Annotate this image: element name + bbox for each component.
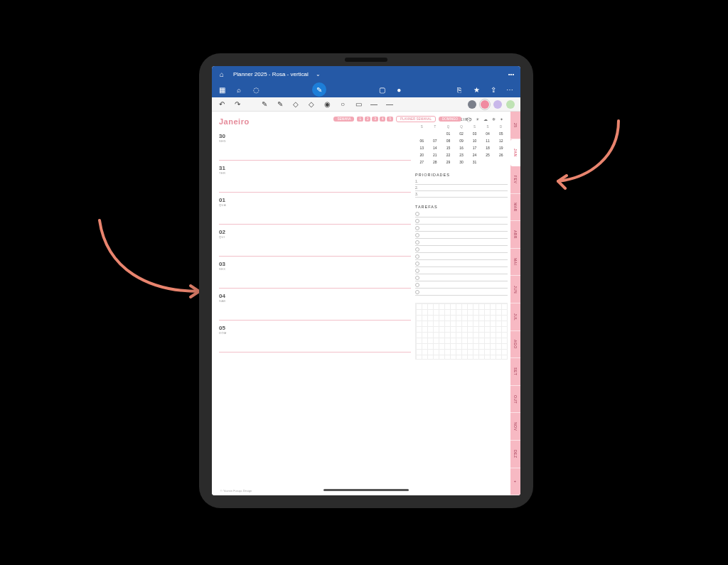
calendar-day[interactable]: 18 xyxy=(481,144,495,151)
undo-icon[interactable]: ↶ xyxy=(218,100,226,109)
eraser-icon[interactable]: ◇ xyxy=(291,100,300,109)
color-swatch[interactable] xyxy=(493,100,502,109)
task-checkbox-icon[interactable] xyxy=(415,226,419,230)
day-row[interactable]: 01QUA xyxy=(219,193,411,225)
calendar-day[interactable]: 01 xyxy=(441,130,455,137)
task-row[interactable] xyxy=(415,289,508,296)
task-row[interactable] xyxy=(415,267,508,274)
calendar-day[interactable]: 07 xyxy=(429,137,442,144)
calendar-day[interactable]: 30 xyxy=(455,158,469,166)
dash-icon[interactable]: — xyxy=(385,100,394,109)
month-tab[interactable]: + xyxy=(510,468,520,495)
month-tab[interactable]: NOV xyxy=(510,413,520,441)
month-tab[interactable]: JUL xyxy=(510,303,520,331)
search-icon[interactable]: ⌕ xyxy=(235,85,243,94)
calendar-day[interactable]: 28 xyxy=(429,158,442,166)
task-checkbox-icon[interactable] xyxy=(415,276,419,280)
calendar-day[interactable]: 20 xyxy=(415,151,429,158)
tracker-icon[interactable]: ❄ xyxy=(492,117,496,122)
apps-icon[interactable]: ▦ xyxy=(218,85,226,94)
task-checkbox-icon[interactable] xyxy=(415,240,419,244)
task-checkbox-icon[interactable] xyxy=(415,283,419,287)
task-row[interactable] xyxy=(415,260,508,267)
calendar-day[interactable]: 10 xyxy=(468,137,481,144)
task-checkbox-icon[interactable] xyxy=(415,262,419,266)
pill-week-number[interactable]: 2 xyxy=(365,117,371,122)
task-row[interactable] xyxy=(415,253,508,260)
tracker-icon[interactable]: ☁ xyxy=(483,117,488,122)
task-checkbox-icon[interactable] xyxy=(415,212,419,216)
task-row[interactable] xyxy=(415,225,508,232)
task-row[interactable] xyxy=(415,232,508,239)
task-row[interactable] xyxy=(415,281,508,289)
addpage-icon[interactable]: ⎘ xyxy=(455,85,464,94)
calendar-day[interactable]: 25 xyxy=(481,151,495,158)
pill-domingo[interactable]: DOMINGO xyxy=(439,117,461,122)
calendar-day[interactable]: 15 xyxy=(441,144,455,151)
tracker-icon[interactable]: ◯ xyxy=(466,117,471,122)
pill-planner-semanal[interactable]: PLANNER SEMANAL xyxy=(396,116,436,122)
image-icon[interactable]: ▢ xyxy=(378,85,386,94)
task-checkbox-icon[interactable] xyxy=(415,219,419,223)
day-row[interactable]: 03SEX xyxy=(219,257,411,289)
tracker-icon[interactable]: ✦ xyxy=(500,117,503,122)
day-row[interactable]: 04SÁB xyxy=(219,289,411,321)
share-icon[interactable]: ⇪ xyxy=(489,85,498,94)
pill-week-number[interactable]: 3 xyxy=(372,117,378,122)
day-row[interactable]: 02QUI xyxy=(219,225,411,257)
priority-line[interactable]: 3. xyxy=(415,191,508,198)
color-swatch[interactable] xyxy=(506,100,515,109)
calendar-day[interactable]: 17 xyxy=(468,144,481,151)
month-tab[interactable]: DEZ xyxy=(510,441,520,468)
lasso-icon[interactable]: ◌ xyxy=(252,85,260,94)
color-swatch[interactable] xyxy=(468,100,476,109)
shape-icon[interactable]: ○ xyxy=(338,100,347,109)
calendar-day[interactable]: 03 xyxy=(468,130,481,137)
pill-semana[interactable]: SEMANA xyxy=(333,117,354,122)
calendar-day[interactable]: 26 xyxy=(494,151,508,158)
calendar-day[interactable]: 27 xyxy=(415,158,429,166)
task-row[interactable] xyxy=(415,239,508,246)
month-tab[interactable]: FEV xyxy=(510,166,520,194)
pill-week-number[interactable]: 4 xyxy=(380,117,386,122)
calendar-day[interactable]: 22 xyxy=(441,151,455,158)
more-icon[interactable]: ⋯ xyxy=(506,85,515,94)
priority-line[interactable]: 2. xyxy=(415,185,508,191)
day-row[interactable]: 31TER xyxy=(219,161,411,193)
calendar-day[interactable]: 12 xyxy=(494,137,508,144)
task-row[interactable] xyxy=(415,217,508,225)
month-tab[interactable]: AGO xyxy=(510,331,520,359)
calendar-day[interactable]: 13 xyxy=(415,144,429,151)
calendar-day[interactable]: 09 xyxy=(455,137,469,144)
tracker-icon[interactable]: ☀ xyxy=(476,117,479,122)
color-swatch[interactable] xyxy=(481,100,489,109)
task-row[interactable] xyxy=(415,210,508,217)
task-checkbox-icon[interactable] xyxy=(415,290,419,294)
task-row[interactable] xyxy=(415,274,508,281)
calendar-day[interactable]: 19 xyxy=(494,144,508,151)
month-tab[interactable]: JUN xyxy=(510,276,520,303)
window-dots-icon[interactable]: ••• xyxy=(508,70,515,77)
month-tab[interactable]: MAI xyxy=(510,249,520,276)
pill-week-number[interactable]: 1 xyxy=(357,117,363,122)
calendar-day[interactable]: 05 xyxy=(494,130,508,137)
month-tab[interactable]: ABR xyxy=(510,221,520,249)
pen-tool-button[interactable]: ✎ xyxy=(312,82,326,97)
task-checkbox-icon[interactable] xyxy=(415,247,419,252)
highlighter-icon[interactable]: ◉ xyxy=(323,100,331,109)
pencil-tool-icon[interactable]: ✎ xyxy=(260,100,269,109)
calendar-day[interactable]: 31 xyxy=(468,158,481,166)
pill-week-number[interactable]: 5 xyxy=(387,117,393,122)
eraser2-icon[interactable]: ◇ xyxy=(307,100,316,109)
document-title[interactable]: Planner 2025 - Rosa - vertical xyxy=(233,71,309,77)
month-tab[interactable]: OUT xyxy=(510,386,520,414)
month-tab[interactable]: SET xyxy=(510,358,520,386)
task-row[interactable] xyxy=(415,246,508,253)
calendar-day[interactable]: 02 xyxy=(455,130,469,137)
calendar-day[interactable]: 14 xyxy=(429,144,442,151)
home-icon[interactable]: ⌂ xyxy=(218,70,226,78)
task-checkbox-icon[interactable] xyxy=(415,233,419,237)
calendar-day[interactable]: 08 xyxy=(441,137,455,144)
redo-icon[interactable]: ↷ xyxy=(233,100,242,109)
calendar-day[interactable]: 16 xyxy=(455,144,469,151)
